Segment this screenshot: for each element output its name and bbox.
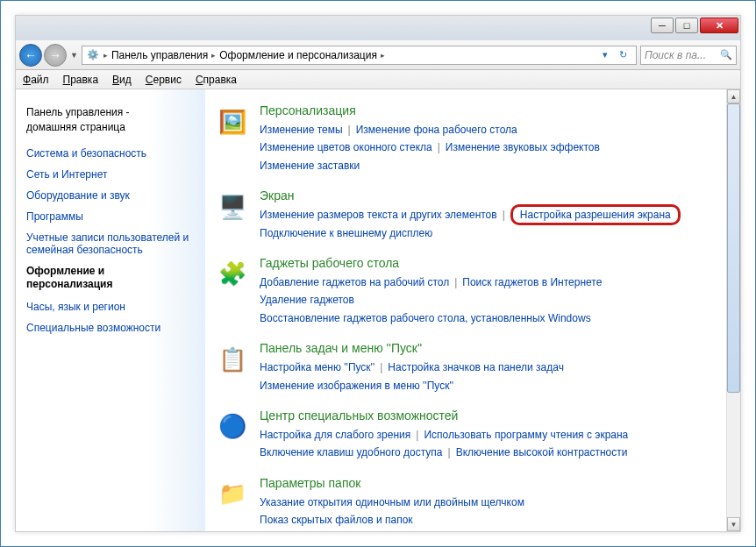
breadcrumb-root[interactable]: Панель управления — [111, 49, 208, 61]
category-link[interactable]: Восстановление гаджетов рабочего стола, … — [260, 312, 591, 324]
category: 📁Параметры папокУказание открытия одиноч… — [214, 476, 717, 529]
forward-button[interactable]: → — [44, 44, 67, 67]
category-link[interactable]: Добавление гаджетов на рабочий стол — [260, 276, 449, 288]
category: 🧩Гаджеты рабочего столаДобавление гаджет… — [214, 256, 717, 327]
category-link[interactable]: Изменение размеров текста и других элеме… — [260, 209, 497, 221]
sidebar-item[interactable]: Программы — [26, 210, 195, 223]
category-link[interactable]: Поиск гаджетов в Интернете — [462, 276, 602, 288]
window-controls: ─ □ ✕ — [649, 18, 738, 33]
titlebar: ─ □ ✕ — [16, 16, 740, 40]
category-link[interactable]: Включение клавиш удобного доступа — [260, 446, 443, 458]
content-area: 🖼️ПерсонализацияИзменение темы|Изменение… — [205, 89, 740, 531]
window-content: ─ □ ✕ ← → ▼ ⚙️ ▸ Панель управления ▸ Офо… — [15, 15, 741, 532]
breadcrumb-current[interactable]: Оформление и персонализация — [219, 49, 377, 61]
category-title[interactable]: Экран — [260, 188, 717, 202]
category-title[interactable]: Параметры папок — [260, 476, 717, 490]
minimize-button[interactable]: ─ — [651, 18, 674, 33]
category: 🖥️ЭкранИзменение размеров текста и други… — [214, 188, 717, 242]
category-title[interactable]: Центр специальных возможностей — [260, 408, 717, 423]
maximize-button[interactable]: □ — [675, 18, 698, 33]
menu-help[interactable]: Справка — [196, 74, 237, 86]
close-button[interactable]: ✕ — [700, 18, 738, 33]
category-title[interactable]: Панель задач и меню ''Пуск'' — [260, 341, 717, 355]
menu-file[interactable]: Файл — [23, 74, 49, 86]
history-dropdown-icon[interactable]: ▼ — [70, 51, 78, 60]
back-button[interactable]: ← — [19, 44, 42, 67]
category-links: Указание открытия одиночным или двойным … — [260, 494, 717, 529]
address-bar[interactable]: ⚙️ ▸ Панель управления ▸ Оформление и пе… — [82, 46, 637, 65]
sidebar-item[interactable]: Сеть и Интернет — [26, 168, 195, 181]
category-title[interactable]: Персонализация — [260, 103, 717, 117]
search-icon[interactable]: 🔍 — [720, 49, 732, 60]
scrollbar[interactable]: ▲ ▼ — [726, 89, 740, 531]
category-link[interactable]: Настройка значков на панели задач — [388, 361, 564, 373]
category-links: Настройка для слабого зрения|Использоват… — [260, 426, 717, 462]
category-link[interactable]: Изменение заставки — [260, 160, 360, 172]
category-link[interactable]: Настройка для слабого зрения — [260, 429, 410, 441]
sidebar: Панель управления - домашняя страница Си… — [16, 89, 205, 531]
search-input[interactable]: Поиск в па... 🔍 — [640, 46, 737, 65]
address-actions: ▾ ↻ — [596, 47, 632, 63]
category-link[interactable]: Показ скрытых файлов и папок — [260, 514, 413, 526]
link-highlighted[interactable]: Настройка разрешения экрана — [510, 204, 681, 225]
sidebar-item[interactable]: Оборудование и звук — [26, 189, 195, 202]
control-panel-icon: ⚙️ — [86, 48, 100, 62]
window-frame: ─ □ ✕ ← → ▼ ⚙️ ▸ Панель управления ▸ Офо… — [0, 0, 756, 547]
scroll-track[interactable] — [727, 103, 740, 517]
category-links: Настройка меню ''Пуск''|Настройка значко… — [260, 359, 717, 394]
category-links: Изменение темы|Изменение фона рабочего с… — [260, 121, 717, 174]
body-area: Панель управления - домашняя страница Си… — [16, 89, 740, 531]
sidebar-item[interactable]: Часы, язык и регион — [26, 301, 195, 313]
scroll-thumb[interactable] — [727, 103, 740, 393]
category-icon: 🧩 — [214, 256, 251, 293]
category-link[interactable]: Изменение темы — [260, 124, 343, 136]
category-link[interactable]: Изменение фона рабочего стола — [356, 124, 517, 136]
category-icon: 🔵 — [214, 408, 251, 445]
category-title[interactable]: Гаджеты рабочего стола — [260, 256, 717, 270]
category-icon: 🖥️ — [214, 188, 251, 225]
category-link[interactable]: Использовать программу чтения с экрана — [424, 429, 628, 441]
category-link[interactable]: Изменение звуковых эффектов — [446, 141, 600, 153]
category-link[interactable]: Подключение к внешнему дисплею — [260, 227, 432, 239]
category-link[interactable]: Изменение изображения в меню ''Пуск'' — [260, 380, 453, 392]
sidebar-item[interactable]: Учетные записи пользователей и семейная … — [26, 231, 195, 256]
category-link[interactable]: Изменение цветов оконного стекла — [260, 141, 432, 153]
chevron-right-icon[interactable]: ▸ — [381, 51, 385, 60]
refresh-icon[interactable]: ↻ — [615, 47, 631, 63]
sidebar-current: Оформление и персонализация — [26, 265, 195, 292]
category-links: Добавление гаджетов на рабочий стол|Поис… — [260, 274, 717, 327]
category-link[interactable]: Настройка меню ''Пуск'' — [260, 361, 374, 373]
category: 🖼️ПерсонализацияИзменение темы|Изменение… — [214, 103, 717, 174]
menu-view[interactable]: Вид — [112, 74, 132, 86]
category-icon: 🖼️ — [214, 103, 251, 140]
breadcrumb: Панель управления ▸ Оформление и персона… — [111, 49, 592, 61]
navbar: ← → ▼ ⚙️ ▸ Панель управления ▸ Оформлени… — [16, 40, 740, 70]
category: 📋Панель задач и меню ''Пуск''Настройка м… — [214, 341, 717, 394]
sidebar-item[interactable]: Специальные возможности — [26, 322, 195, 334]
category: 🔵Центр специальных возможностейНастройка… — [214, 408, 717, 462]
chevron-right-icon[interactable]: ▸ — [211, 51, 216, 60]
menubar: Файл Правка Вид Сервис Справка — [16, 70, 740, 89]
category-link[interactable]: Удаление гаджетов — [260, 294, 354, 306]
menu-tools[interactable]: Сервис — [146, 74, 182, 86]
dropdown-icon[interactable]: ▾ — [597, 47, 613, 63]
category-icon: 📋 — [214, 341, 251, 378]
sidebar-home[interactable]: Панель управления - домашняя страница — [26, 105, 195, 135]
scroll-down-button[interactable]: ▼ — [727, 517, 740, 531]
sidebar-item[interactable]: Система и безопасность — [26, 147, 195, 160]
search-placeholder: Поиск в па... — [645, 49, 706, 61]
category-links: Изменение размеров текста и других элеме… — [260, 206, 717, 242]
scroll-up-button[interactable]: ▲ — [727, 89, 740, 103]
menu-edit[interactable]: Правка — [63, 74, 99, 86]
category-link[interactable]: Включение высокой контрастности — [456, 446, 628, 458]
category-icon: 📁 — [214, 476, 251, 513]
chevron-right-icon[interactable]: ▸ — [103, 51, 108, 60]
category-link[interactable]: Указание открытия одиночным или двойным … — [260, 496, 524, 508]
nav-arrows: ← → — [19, 44, 67, 67]
